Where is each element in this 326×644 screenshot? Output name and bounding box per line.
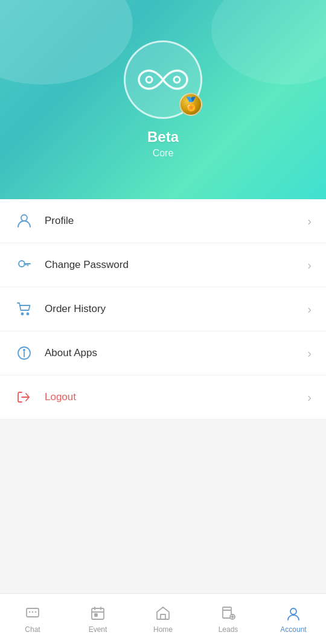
menu-item-profile[interactable]: Profile › <box>0 199 326 243</box>
leads-icon <box>220 605 237 622</box>
menu-list: Profile › Change Password › <box>0 199 326 419</box>
nav-item-account[interactable]: Account <box>261 594 326 644</box>
nav-label-event: Event <box>89 625 107 634</box>
nav-item-leads[interactable]: Leads <box>196 594 261 644</box>
svg-rect-18 <box>95 614 97 616</box>
menu-item-about-apps[interactable]: About Apps › <box>0 331 326 375</box>
account-icon <box>285 605 302 622</box>
badge-icon <box>179 93 202 116</box>
menu-item-change-password[interactable]: Change Password › <box>0 243 326 287</box>
svg-point-0 <box>146 77 152 83</box>
nav-label-leads: Leads <box>219 625 238 634</box>
chevron-profile: › <box>307 214 312 228</box>
profile-icon <box>14 211 34 231</box>
chevron-order-history: › <box>307 302 312 316</box>
svg-point-5 <box>27 313 29 315</box>
bottom-nav: Chat Event Home <box>0 593 326 644</box>
chevron-about-apps: › <box>307 346 312 360</box>
chevron-logout: › <box>307 391 312 404</box>
profile-name: Beta <box>147 129 179 145</box>
nav-item-chat[interactable]: Chat <box>0 594 65 644</box>
menu-label-change-password: Change Password <box>45 259 307 271</box>
profile-tier: Core <box>153 148 174 159</box>
cart-icon <box>14 299 34 319</box>
svg-point-8 <box>24 349 25 351</box>
key-icon <box>14 255 34 275</box>
brand-logo <box>136 62 190 98</box>
menu-item-order-history[interactable]: Order History › <box>0 287 326 331</box>
nav-label-account: Account <box>280 625 306 634</box>
chevron-change-password: › <box>307 258 312 272</box>
menu-item-logout[interactable]: Logout › <box>0 375 326 419</box>
profile-header: Beta Core <box>0 0 326 199</box>
svg-point-4 <box>22 313 24 315</box>
nav-label-chat: Chat <box>25 625 40 634</box>
avatar-container <box>124 40 202 119</box>
svg-point-24 <box>290 608 296 614</box>
logout-icon <box>14 387 34 407</box>
nav-label-home: Home <box>153 625 173 634</box>
main-content: Beta Core Profile › Change Passwo <box>0 0 326 593</box>
chat-icon <box>24 605 41 622</box>
menu-label-order-history: Order History <box>45 303 307 315</box>
info-icon <box>14 343 34 363</box>
home-icon <box>155 605 171 622</box>
nav-item-home[interactable]: Home <box>130 594 196 644</box>
svg-point-1 <box>174 77 180 83</box>
menu-label-profile: Profile <box>45 215 307 227</box>
svg-rect-14 <box>92 608 104 619</box>
svg-point-2 <box>21 215 27 221</box>
nav-item-event[interactable]: Event <box>65 594 130 644</box>
menu-label-about-apps: About Apps <box>45 347 307 359</box>
event-icon <box>89 605 106 622</box>
menu-label-logout: Logout <box>45 391 307 403</box>
